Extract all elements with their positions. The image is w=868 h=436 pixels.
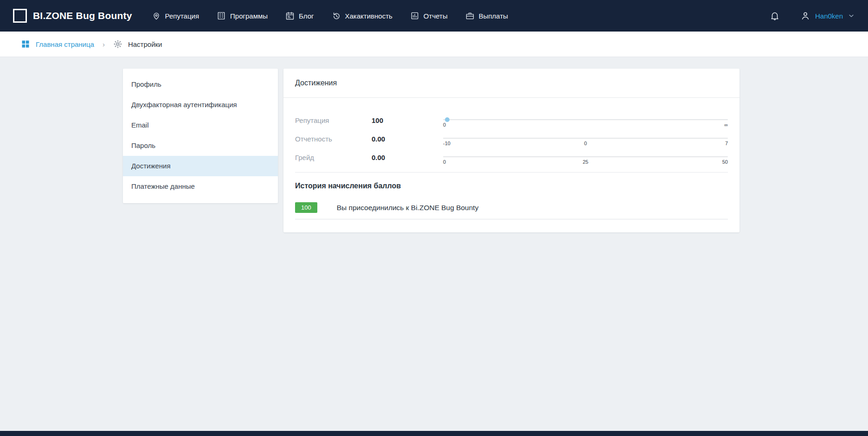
footer-strip <box>0 431 868 436</box>
brand-title: BI.ZONE Bug Bounty <box>33 10 132 21</box>
nav-label: Программы <box>230 12 268 20</box>
history-entry: 100 Вы присоединились к Bi.ZONE Bug Boun… <box>295 202 728 219</box>
metric-value: 100 <box>372 113 443 131</box>
bizone-logo-icon <box>13 9 27 23</box>
scale-max: 7 <box>725 141 728 146</box>
user-icon <box>800 11 810 21</box>
top-navigation: BI.ZONE Bug Bounty Репутация Программы Б… <box>0 0 868 32</box>
metrics-section: Репутация 100 0 ∞ Отчетность 0.00 <box>283 98 739 168</box>
reputation-scale: 0 ∞ <box>443 113 728 131</box>
metric-label: Грейд <box>295 150 372 168</box>
sidebar-item-profile[interactable]: Профиль <box>123 74 278 95</box>
points-history-section: История начисления баллов 100 Вы присоед… <box>295 172 728 219</box>
achievements-card: Достижения Репутация 100 0 ∞ Отчетность <box>283 69 739 232</box>
metric-value: 0.00 <box>372 131 443 150</box>
metric-row-reputation: Репутация 100 0 ∞ <box>295 113 728 131</box>
home-grid-icon <box>21 39 30 49</box>
reputation-pin-icon <box>152 11 161 20</box>
scale-max: 50 <box>722 159 728 165</box>
nav-label: Репутация <box>165 12 199 20</box>
activity-history-icon <box>332 11 341 20</box>
nav-item-blog[interactable]: Блог <box>285 11 314 20</box>
topnav-right: Han0ken <box>770 11 855 21</box>
sidebar-item-email[interactable]: Email <box>123 115 278 135</box>
scale-mid: 25 <box>583 159 588 165</box>
nav-item-programs[interactable]: Программы <box>217 11 268 20</box>
user-menu[interactable]: Han0ken <box>800 11 855 21</box>
metric-label: Отчетность <box>295 131 372 150</box>
nav-item-payouts[interactable]: Выплаты <box>465 11 508 20</box>
breadcrumb-home-link[interactable]: Главная страница <box>21 39 94 49</box>
scale-mid: 0 <box>584 141 587 146</box>
slider-scale-labels: 0 ∞ <box>443 122 728 129</box>
sidebar-item-payment-details[interactable]: Платежные данные <box>123 176 278 197</box>
breadcrumb-home-label: Главная страница <box>36 40 94 48</box>
card-title: Достижения <box>283 69 739 98</box>
nav-label: Выплаты <box>479 12 508 20</box>
settings-page: Профиль Двухфакторная аутентификация Ema… <box>0 57 868 431</box>
breadcrumb-separator: › <box>101 40 107 48</box>
breadcrumb-current: Настройки <box>113 39 162 49</box>
scale-min: 0 <box>443 122 446 128</box>
programs-building-icon <box>217 11 226 20</box>
breadcrumb-current-label: Настройки <box>128 40 162 48</box>
slider-track <box>443 138 728 139</box>
sidebar-item-achievements[interactable]: Достижения <box>123 156 278 176</box>
metric-value: 0.00 <box>372 150 443 168</box>
main-nav: Репутация Программы Блог Хакактивность О… <box>152 11 508 20</box>
scale-min: -10 <box>443 141 450 146</box>
metric-label: Репутация <box>295 113 372 131</box>
slider-scale-labels: 0 25 50 <box>443 159 728 167</box>
history-entry-text: Вы присоединились к Bi.ZONE Bug Bounty <box>337 204 479 212</box>
points-history-title: История начисления баллов <box>295 182 728 190</box>
settings-sidebar: Профиль Двухфакторная аутентификация Ema… <box>123 69 278 203</box>
slider-track <box>443 119 728 120</box>
sidebar-item-password[interactable]: Пароль <box>123 135 278 156</box>
breadcrumb: Главная страница › Настройки <box>0 32 868 57</box>
sidebar-item-2fa[interactable]: Двухфакторная аутентификация <box>123 95 278 115</box>
metric-row-grade: Грейд 0.00 0 25 50 <box>295 150 728 168</box>
payouts-briefcase-icon <box>465 11 475 20</box>
chevron-down-icon <box>848 12 855 19</box>
blog-calendar-icon <box>285 11 295 20</box>
slider-track <box>443 156 728 157</box>
grade-scale: 0 25 50 <box>443 150 728 168</box>
reports-chart-icon <box>410 11 419 20</box>
reporting-scale: -10 0 7 <box>443 131 728 150</box>
nav-item-reports[interactable]: Отчеты <box>410 11 448 20</box>
nav-label: Блог <box>299 12 314 20</box>
gear-icon <box>113 39 122 49</box>
nav-label: Отчеты <box>424 12 448 20</box>
nav-label: Хакактивность <box>345 12 392 20</box>
scale-min: 0 <box>443 159 446 165</box>
nav-item-hacktivity[interactable]: Хакактивность <box>332 11 392 20</box>
slider-scale-labels: -10 0 7 <box>443 141 728 148</box>
scale-max: ∞ <box>724 122 728 128</box>
points-badge: 100 <box>295 202 317 213</box>
notifications-bell-icon[interactable] <box>770 11 780 21</box>
username: Han0ken <box>815 12 843 20</box>
nav-item-reputation[interactable]: Репутация <box>152 11 199 20</box>
metric-row-reporting: Отчетность 0.00 -10 0 7 <box>295 131 728 150</box>
slider-marker <box>445 117 450 122</box>
